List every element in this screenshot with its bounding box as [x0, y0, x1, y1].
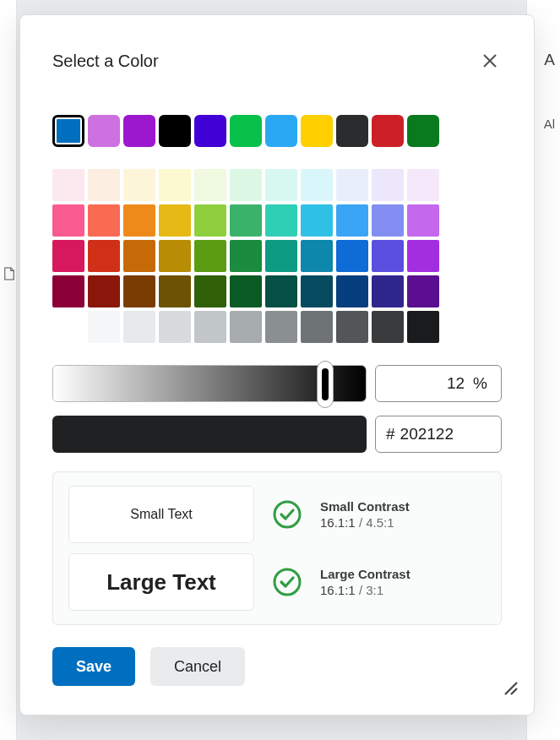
preset-swatch[interactable]: [230, 115, 262, 147]
color-swatch[interactable]: [407, 275, 439, 307]
color-swatch[interactable]: [123, 240, 155, 272]
color-swatch[interactable]: [301, 204, 333, 237]
color-swatch[interactable]: [194, 169, 226, 201]
color-swatch[interactable]: [194, 311, 226, 343]
color-grid-row: [52, 240, 502, 272]
color-swatch[interactable]: [52, 169, 84, 201]
color-swatch[interactable]: [372, 311, 404, 343]
brightness-thumb[interactable]: [317, 361, 334, 408]
color-picker-dialog: Select a Color % # Small Text: [19, 14, 535, 716]
color-swatch[interactable]: [265, 169, 297, 201]
color-swatch[interactable]: [88, 240, 120, 272]
preset-swatch[interactable]: [159, 115, 191, 147]
contrast-row-large: Large Text Large Contrast 16.1:1 / 3:1: [68, 553, 486, 611]
color-swatch[interactable]: [88, 311, 120, 343]
close-icon: [482, 53, 497, 68]
color-swatch[interactable]: [336, 169, 368, 201]
color-swatch[interactable]: [336, 204, 368, 237]
color-swatch[interactable]: [372, 275, 404, 307]
color-swatch[interactable]: [372, 204, 404, 237]
small-contrast-info: Small Contrast 16.1:1 / 4.5:1: [320, 499, 410, 530]
color-grid-row: [52, 169, 502, 201]
color-swatch[interactable]: [159, 204, 191, 237]
color-swatch[interactable]: [301, 240, 333, 272]
save-button[interactable]: Save: [52, 647, 135, 686]
preset-swatch[interactable]: [265, 115, 297, 147]
color-swatch[interactable]: [407, 169, 439, 201]
color-swatch[interactable]: [336, 240, 368, 272]
large-contrast-label: Large Contrast: [320, 567, 410, 581]
preset-swatch[interactable]: [336, 115, 368, 147]
large-text-sample: Large Text: [68, 553, 254, 611]
large-contrast-info: Large Contrast 16.1:1 / 3:1: [320, 567, 410, 597]
preset-swatch[interactable]: [52, 115, 84, 147]
preset-swatch[interactable]: [194, 115, 226, 147]
brightness-slider[interactable]: [52, 365, 367, 402]
svg-point-2: [275, 502, 300, 527]
preset-swatch[interactable]: [407, 115, 439, 147]
color-swatch[interactable]: [159, 240, 191, 272]
color-swatch[interactable]: [194, 204, 226, 237]
color-swatch[interactable]: [52, 240, 84, 272]
color-swatch[interactable]: [230, 169, 262, 201]
preset-swatch[interactable]: [301, 115, 333, 147]
brightness-input[interactable]: [422, 374, 465, 393]
color-swatch[interactable]: [230, 240, 262, 272]
color-swatch[interactable]: [301, 275, 333, 307]
dialog-title: Select a Color: [52, 52, 159, 71]
color-swatch[interactable]: [372, 240, 404, 272]
hex-row: #: [52, 416, 502, 453]
color-swatch[interactable]: [265, 275, 297, 307]
color-swatch[interactable]: [301, 311, 333, 343]
color-swatch[interactable]: [123, 169, 155, 201]
svg-line-5: [511, 688, 517, 694]
color-swatch[interactable]: [230, 275, 262, 307]
color-grid-row: [52, 204, 502, 237]
color-swatch[interactable]: [123, 275, 155, 307]
color-swatch[interactable]: [336, 311, 368, 343]
color-swatch[interactable]: [123, 204, 155, 237]
resize-handle[interactable]: [502, 679, 519, 699]
check-icon: [273, 568, 302, 596]
color-swatch[interactable]: [407, 204, 439, 237]
color-swatch[interactable]: [301, 169, 333, 201]
brightness-input-wrapper: %: [375, 365, 502, 402]
large-contrast-ratio: 16.1:1 / 3:1: [320, 583, 410, 597]
color-swatch[interactable]: [265, 240, 297, 272]
color-swatch[interactable]: [88, 169, 120, 201]
color-swatch[interactable]: [159, 311, 191, 343]
color-swatch[interactable]: [265, 204, 297, 237]
color-grid: [52, 169, 502, 343]
color-swatch[interactable]: [230, 204, 262, 237]
color-swatch[interactable]: [407, 311, 439, 343]
color-swatch[interactable]: [407, 240, 439, 272]
color-swatch[interactable]: [88, 204, 120, 237]
color-swatch[interactable]: [159, 275, 191, 307]
color-swatch[interactable]: [88, 275, 120, 307]
contrast-panel: Small Text Small Contrast 16.1:1 / 4.5:1…: [52, 471, 502, 625]
color-swatch[interactable]: [194, 240, 226, 272]
hash-prefix: #: [386, 425, 395, 443]
contrast-row-small: Small Text Small Contrast 16.1:1 / 4.5:1: [68, 486, 486, 543]
dialog-footer: Save Cancel: [52, 647, 502, 686]
color-swatch[interactable]: [372, 169, 404, 201]
color-swatch[interactable]: [265, 311, 297, 343]
color-swatch[interactable]: [230, 311, 262, 343]
hex-input[interactable]: [400, 425, 491, 443]
background-left-panel: [0, 0, 17, 740]
background-text: A: [544, 51, 555, 69]
color-grid-row: [52, 275, 502, 307]
preset-swatch[interactable]: [123, 115, 155, 147]
color-swatch[interactable]: [52, 275, 84, 307]
preset-swatch[interactable]: [88, 115, 120, 147]
preset-swatch[interactable]: [372, 115, 404, 147]
close-button[interactable]: [478, 49, 502, 73]
color-swatch[interactable]: [52, 204, 84, 237]
color-swatch[interactable]: [123, 311, 155, 343]
color-swatch[interactable]: [194, 275, 226, 307]
background-text: Al: [544, 117, 555, 131]
color-swatch[interactable]: [52, 311, 84, 343]
color-swatch[interactable]: [159, 169, 191, 201]
color-swatch[interactable]: [336, 275, 368, 307]
cancel-button[interactable]: Cancel: [150, 647, 245, 686]
